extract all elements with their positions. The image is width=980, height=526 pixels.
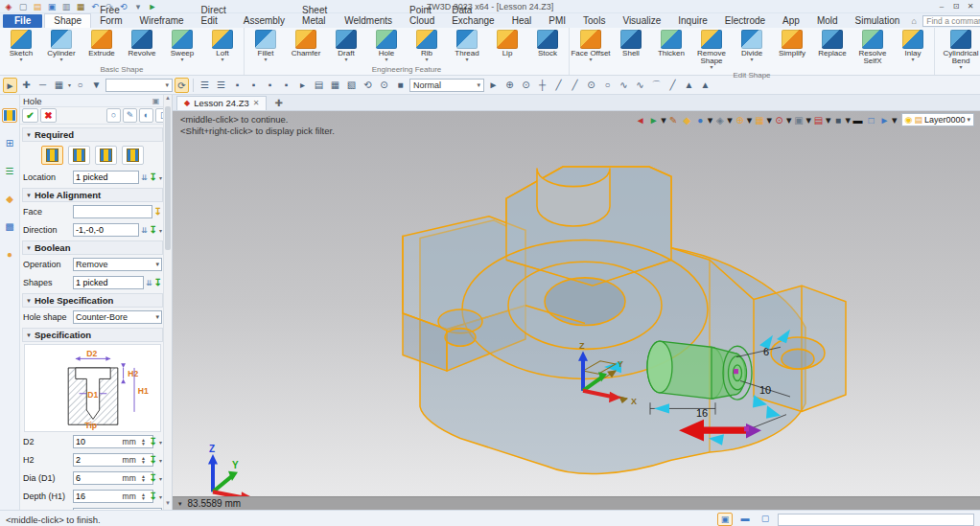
ribbon-button-resolve-selfx[interactable]: Resolve SelfX xyxy=(852,29,893,65)
line-icon[interactable]: ╱ xyxy=(551,78,566,93)
cancel-button[interactable]: ✖ xyxy=(40,108,57,123)
end-select[interactable]: Blind▾ xyxy=(73,508,162,510)
ribbon-button-remove-shape[interactable]: Remove Shape▾ xyxy=(691,29,732,70)
paint-icon[interactable]: ✎ xyxy=(667,115,680,126)
history-tab-icon[interactable]: ☰ xyxy=(2,164,17,178)
info-icon[interactable]: ◐ xyxy=(139,108,153,123)
zoom-window-icon[interactable]: ▣ xyxy=(792,115,805,126)
status-input[interactable] xyxy=(778,514,974,526)
menu-tab-app[interactable]: App xyxy=(774,14,808,28)
add-entity-icon[interactable]: ✚ xyxy=(19,78,34,93)
counter-bore-hole-button[interactable] xyxy=(95,146,117,165)
ribbon-button-loft[interactable]: Loft▾ xyxy=(202,29,243,62)
face-input[interactable] xyxy=(73,205,152,218)
menu-tab-point-cloud[interactable]: Point Cloud xyxy=(401,4,443,28)
ribbon-button-draft[interactable]: Draft▾ xyxy=(326,29,366,62)
pick-menu-caret-icon[interactable]: ▾ xyxy=(159,493,162,500)
value-spinner[interactable]: ▲▼ xyxy=(140,456,148,464)
filter-icon[interactable]: ▼ xyxy=(89,78,104,93)
display-attributes-icon[interactable]: ✎ xyxy=(123,108,137,123)
ribbon-button-rib[interactable]: Rib▾ xyxy=(407,29,447,62)
menu-tab-heal[interactable]: Heal xyxy=(503,14,541,28)
restore-icon[interactable]: ⊡ xyxy=(949,2,963,11)
pick-value-icon[interactable]: ↧ xyxy=(150,473,157,483)
expand-list-icon[interactable]: ⇊ xyxy=(141,226,148,235)
shapes-input[interactable] xyxy=(73,276,144,289)
pick-mode-icon[interactable]: ► xyxy=(647,115,660,126)
dim-label-16[interactable]: 16 xyxy=(696,407,708,419)
align-left-icon[interactable]: ☰ xyxy=(198,78,212,93)
filter-combo[interactable]: ▾ xyxy=(105,79,173,92)
menu-tab-direct-edit[interactable]: Direct Edit xyxy=(193,4,235,28)
menu-tab-mold[interactable]: Mold xyxy=(808,14,847,28)
ribbon-button-revolve[interactable]: Revolve xyxy=(122,29,162,57)
pin-icon[interactable]: ○ xyxy=(106,108,121,123)
menu-tab-electrode[interactable]: Electrode xyxy=(716,14,774,28)
ribbon-button-face-offset[interactable]: Face Offset▾ xyxy=(571,29,611,62)
snap-cross-icon[interactable]: ┼ xyxy=(535,78,549,93)
ribbon-button-replace[interactable]: Replace xyxy=(812,29,852,57)
ribbon-button-stock[interactable]: Stock xyxy=(527,29,568,57)
pick-value-icon[interactable]: ↧ xyxy=(150,492,157,501)
ribbon-button-cylindrical-bend[interactable]: Cylindrical Bend▾ xyxy=(936,29,980,70)
menu-tab-tools[interactable]: Tools xyxy=(574,14,614,28)
ribbon-button-sketch[interactable]: Sketch▾ xyxy=(1,29,41,62)
notification-icon[interactable]: ⌂ xyxy=(908,16,920,26)
pick-location-icon[interactable]: ↧ xyxy=(150,172,157,182)
menu-tab-sheet-metal[interactable]: Sheet Metal xyxy=(293,4,336,28)
value-spinner[interactable]: ▲▼ xyxy=(140,492,148,500)
operation-select[interactable]: Remove▾ xyxy=(73,258,162,271)
pick-menu-caret-icon[interactable]: ▾ xyxy=(159,227,162,234)
select-cursor-icon[interactable]: ► xyxy=(3,78,17,93)
direction-input[interactable] xyxy=(73,223,139,237)
tab-close-icon[interactable]: ✕ xyxy=(253,99,260,107)
hole-command-tab[interactable] xyxy=(2,108,17,123)
menu-tab-wireframe[interactable]: Wireframe xyxy=(130,14,192,28)
shade-icon[interactable]: ◆ xyxy=(681,115,693,126)
pattern-view-icon[interactable]: ▦ xyxy=(753,115,765,126)
menu-tab-pmi[interactable]: PMI xyxy=(540,14,574,28)
menu-tab-inquire[interactable]: Inquire xyxy=(669,14,716,28)
surface-2-icon[interactable]: ▲ xyxy=(698,78,712,93)
layer-selector[interactable]: ◉▤Layer0000▾ xyxy=(901,113,974,126)
menu-tab-weldments[interactable]: Weldments xyxy=(336,14,401,28)
render-tab-icon[interactable]: ▩ xyxy=(2,219,17,234)
ribbon-button-thread[interactable]: Thread▾ xyxy=(447,29,487,62)
pick-direction-icon[interactable]: ↧ xyxy=(150,225,157,235)
ribbon-button-inlay[interactable]: Inlay▾ xyxy=(893,29,933,62)
ok-button[interactable]: ✔ xyxy=(22,108,38,123)
counter-sink-hole-button[interactable] xyxy=(122,146,144,165)
clip-plane-icon[interactable]: ▤ xyxy=(812,115,825,126)
tapered-hole-button[interactable] xyxy=(68,146,90,165)
constraint-3-icon[interactable]: ▪ xyxy=(263,78,277,93)
float-panel-icon[interactable]: ▣ xyxy=(152,97,160,105)
black-bar-icon[interactable]: ▬ xyxy=(852,115,864,126)
folder-3-icon[interactable]: ▧ xyxy=(344,78,359,93)
ribbon-button-lip[interactable]: Lip xyxy=(487,29,527,57)
line-style-combo[interactable]: Normal▾ xyxy=(409,79,484,92)
prompt-toggle-icon[interactable]: ▣ xyxy=(717,513,733,526)
polygon-pick-icon[interactable]: ○ xyxy=(73,78,87,93)
ribbon-button-thicken[interactable]: Thicken xyxy=(651,29,691,57)
bundle-icon[interactable]: ⊙ xyxy=(519,78,533,93)
folder-1-icon[interactable]: ▤ xyxy=(312,78,326,93)
ribbon-button-shell[interactable]: Shell xyxy=(611,29,651,57)
spline-icon[interactable]: ∿ xyxy=(617,78,631,93)
canvas-3d[interactable]: <middle-click> to continue. <Shift+right… xyxy=(173,111,980,510)
pick-menu-caret-icon[interactable]: ▾ xyxy=(159,174,162,181)
menu-tab-shape[interactable]: Shape xyxy=(44,13,91,28)
hole-shape-select[interactable]: Counter-Bore▾ xyxy=(73,310,162,324)
pick-last-icon[interactable]: ▸ xyxy=(295,78,310,93)
document-tab[interactable]: ◆ Lesson 24.Z3 ✕ xyxy=(176,96,267,110)
menu-tab-simulation[interactable]: Simulation xyxy=(847,14,909,28)
command-search-input[interactable]: Find a command ○ xyxy=(922,15,980,27)
ribbon-button-chamfer[interactable]: Chamfer xyxy=(286,29,326,57)
remove-entity-icon[interactable]: ─ xyxy=(35,78,50,93)
constraint-1-icon[interactable]: ▪ xyxy=(230,78,245,93)
minimize-icon[interactable]: – xyxy=(935,2,948,11)
exit-view-icon[interactable]: ◄ xyxy=(634,115,646,126)
location-input[interactable] xyxy=(73,171,139,184)
section-required[interactable]: ▼Required xyxy=(22,127,163,142)
close-icon[interactable]: ✕ xyxy=(964,2,977,11)
segment-icon[interactable]: ╱ xyxy=(665,78,680,93)
